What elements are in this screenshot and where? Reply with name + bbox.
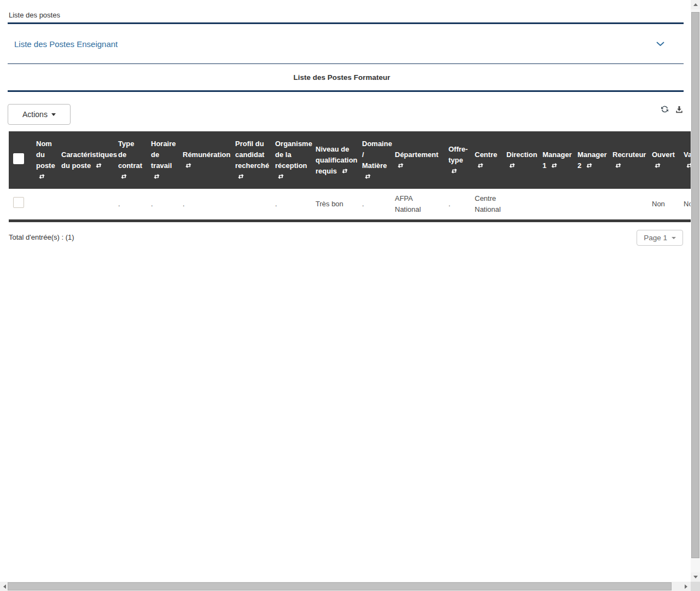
column-header[interactable]: Direction <box>502 131 538 189</box>
scrollbar-corner <box>691 582 700 591</box>
table-cell: Non <box>648 189 679 219</box>
section-divider <box>8 90 684 92</box>
column-header[interactable]: Rémunération <box>178 131 231 189</box>
sort-icon[interactable] <box>153 173 160 179</box>
positions-table: Nom du poste Caractéristiques du poste T… <box>9 131 691 219</box>
enseignant-panel-toggle[interactable]: Liste des Postes Enseignant <box>0 24 691 63</box>
content-area: Liste des postes Liste des Postes Enseig… <box>0 0 691 582</box>
row-select-cell <box>9 189 32 219</box>
column-header[interactable]: Vacant <box>679 131 691 189</box>
column-header[interactable]: Recruteur <box>608 131 648 189</box>
sort-icon[interactable] <box>95 163 102 169</box>
table-cell <box>573 189 608 219</box>
caret-down-icon <box>51 113 56 116</box>
sort-icon[interactable] <box>477 163 484 169</box>
sort-icon[interactable] <box>686 163 691 169</box>
select-all-checkbox[interactable] <box>13 153 24 164</box>
toolbar-icons <box>661 105 683 113</box>
sort-icon[interactable] <box>120 173 127 179</box>
column-header[interactable]: Type de contrat <box>114 131 147 189</box>
sort-icon[interactable] <box>509 163 516 169</box>
horizontal-scrollbar-thumb[interactable] <box>8 582 672 590</box>
table-cell: . <box>147 189 178 219</box>
table-cell <box>231 189 271 219</box>
actions-button[interactable]: Actions <box>8 104 71 125</box>
table-cell <box>57 189 114 219</box>
triangle-left-icon <box>3 584 6 589</box>
table-cell: . <box>114 189 147 219</box>
table-cell <box>608 189 648 219</box>
triangle-up-icon <box>693 3 698 6</box>
triangle-right-icon <box>685 584 687 589</box>
sort-icon[interactable] <box>654 163 661 169</box>
actions-button-label: Actions <box>22 110 48 119</box>
column-header[interactable]: Domaine / Matière <box>358 131 390 189</box>
horizontal-scrollbar[interactable] <box>0 582 691 591</box>
column-header[interactable]: Centre <box>470 131 502 189</box>
column-header[interactable]: Niveau de qualification requis <box>311 131 358 189</box>
column-header[interactable]: Manager 2 <box>573 131 608 189</box>
column-header[interactable]: Caractéristiques du poste <box>57 131 114 189</box>
triangle-down-icon <box>693 576 698 578</box>
sort-icon[interactable] <box>185 163 192 169</box>
scroll-up-button[interactable] <box>691 0 700 9</box>
table-cell: Très bon <box>311 189 358 219</box>
sort-icon[interactable] <box>551 163 558 169</box>
sort-icon[interactable] <box>586 163 593 169</box>
toolbar: Actions <box>8 104 683 125</box>
column-header[interactable]: Département <box>390 131 444 189</box>
page-selector[interactable]: Page 1 <box>637 230 683 246</box>
column-header[interactable]: Ouvert <box>648 131 679 189</box>
scroll-down-button[interactable] <box>691 572 700 582</box>
table-cell <box>502 189 538 219</box>
row-checkbox[interactable] <box>13 197 24 208</box>
sort-icon[interactable] <box>38 173 45 179</box>
table-cell: AFPA National <box>390 189 444 219</box>
page: Liste des postes Liste des Postes Enseig… <box>0 0 700 591</box>
column-header[interactable]: Offre-type <box>444 131 470 189</box>
table-cell: Non <box>679 189 691 219</box>
vertical-scrollbar[interactable] <box>691 0 700 582</box>
table-footer: Total d'entrée(s) : (1) Page 1 <box>9 230 683 246</box>
breadcrumb: Liste des postes <box>9 11 691 20</box>
section-title: Liste des Postes Formateur <box>0 73 684 83</box>
sort-icon[interactable] <box>277 173 284 179</box>
table-cell <box>538 189 573 219</box>
table-cell <box>32 189 57 219</box>
table-cell: . <box>178 189 231 219</box>
scroll-right-button[interactable] <box>681 582 691 591</box>
panel-divider <box>8 63 684 64</box>
page-selector-label: Page 1 <box>644 234 667 242</box>
vertical-scrollbar-thumb[interactable] <box>691 12 699 558</box>
sort-icon[interactable] <box>451 168 458 174</box>
sort-icon[interactable] <box>237 173 244 179</box>
column-header[interactable]: Manager 1 <box>538 131 573 189</box>
refresh-icon[interactable] <box>661 105 669 113</box>
table-cell: Centre National <box>470 189 502 219</box>
column-header[interactable]: Profil du candidat recherché <box>231 131 271 189</box>
column-header[interactable]: Horaire de travail <box>147 131 178 189</box>
total-entries-label: Total d'entrée(s) : (1) <box>9 233 74 241</box>
column-header[interactable]: Organisme de la réception <box>271 131 311 189</box>
panel-title: Liste des Postes Enseignant <box>14 39 118 49</box>
select-all-header-cell <box>9 131 32 189</box>
positions-table-wrap: Nom du poste Caractéristiques du poste T… <box>9 131 691 222</box>
column-header[interactable]: Nom du poste <box>32 131 57 189</box>
download-icon[interactable] <box>675 106 683 113</box>
table-row[interactable]: ....Très bon.AFPA National.Centre Nation… <box>9 189 691 219</box>
table-cell: . <box>444 189 470 219</box>
table-header-row: Nom du poste Caractéristiques du poste T… <box>9 131 691 189</box>
sort-icon[interactable] <box>397 163 404 169</box>
caret-down-icon <box>672 237 676 239</box>
table-cell: . <box>271 189 311 219</box>
sort-icon[interactable] <box>341 168 348 174</box>
table-cell: . <box>358 189 390 219</box>
sort-icon[interactable] <box>364 173 371 179</box>
sort-icon[interactable] <box>615 163 622 169</box>
chevron-down-icon[interactable] <box>656 42 664 47</box>
